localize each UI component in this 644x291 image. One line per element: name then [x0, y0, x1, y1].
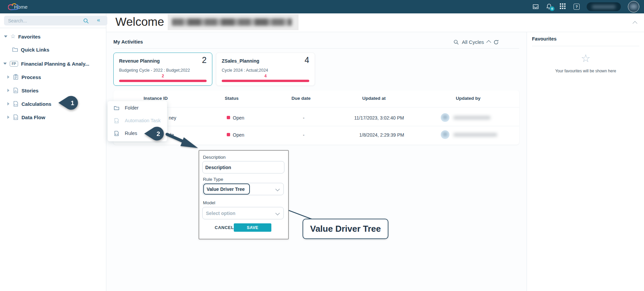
callout-label: Value Driver Tree [310, 224, 381, 234]
help-icon[interactable]: ? [574, 4, 580, 10]
status-cell: Open [233, 132, 244, 138]
sidebar-item-financial-planning[interactable]: FP Financial Planning & Analy... [0, 59, 106, 69]
card-count: 4 [305, 55, 309, 65]
notifications-bell-icon[interactable]: 0 [546, 3, 553, 10]
updated-by-avatar [441, 113, 449, 122]
sidebar-item-data-flow[interactable]: Data Flow [0, 112, 113, 122]
model-placeholder: Select option [206, 211, 235, 216]
value-driver-tree-callout: Value Driver Tree [303, 219, 388, 239]
column-header-status[interactable]: Status [225, 96, 238, 101]
help-glyph: ? [576, 5, 578, 9]
status-cell: Open [233, 115, 244, 121]
caret-right-icon[interactable] [7, 116, 9, 119]
activities-section-title: My Activities [113, 39, 143, 45]
card-subtitle: Cycle 2024 : Actual;2024 [222, 68, 268, 73]
sidebar-item-label: Favorites [18, 34, 41, 40]
menu-item-automation-task: Automation Task [108, 115, 167, 127]
search-icon[interactable] [453, 40, 459, 45]
star-icon: ☆ [527, 52, 644, 65]
fp-badge: FP [10, 61, 18, 67]
notification-count-badge: 0 [550, 6, 554, 11]
collapse-sidebar-icon[interactable]: « [97, 17, 100, 23]
cancel-button[interactable]: CANCEL [213, 225, 234, 230]
clipboard-icon [13, 74, 19, 80]
sidebar-item-favorites[interactable]: ☆ Favorites [0, 31, 110, 42]
caret-right-icon[interactable] [7, 89, 9, 92]
sidebar-item-process[interactable]: Process [0, 72, 113, 82]
navigation-sidebar: « ☆ Favorites Quick Links FP Financial P… [0, 13, 106, 291]
updated-at-cell: 11/17/2023, 3:02:40 PM [354, 115, 404, 121]
card-title: Revenue Planning [119, 58, 160, 64]
document-code-icon [114, 131, 119, 136]
description-input[interactable] [202, 161, 284, 173]
card-subtitle: Budgeting Cycle - 2022 : Budget;2022 [119, 68, 190, 73]
sidebar-item-label: Financial Planning & Analy... [21, 61, 89, 67]
column-header-updated-by[interactable]: Updated by [456, 96, 481, 101]
folder-icon [12, 47, 18, 53]
redacted-tenant-text [592, 5, 615, 9]
table-divider [113, 107, 519, 107]
menu-item-label: Automation Task [125, 118, 161, 123]
save-button[interactable]: SAVE [234, 223, 271, 232]
due-date-cell: - [303, 115, 305, 121]
sidebar-item-label: Calculations [21, 101, 51, 107]
document-code-icon [114, 118, 119, 124]
model-select[interactable]: Select option [202, 207, 284, 219]
sidebar-divider [0, 28, 106, 28]
due-date-cell: - [303, 132, 305, 138]
caret-right-icon[interactable] [7, 102, 9, 105]
document-chart-icon [13, 87, 19, 93]
app-logo-icon[interactable] [8, 2, 19, 12]
annotation-arrow [164, 131, 201, 150]
chevron-down-icon [275, 211, 280, 215]
search-icon[interactable] [83, 18, 89, 24]
redacted-avatar-image [630, 4, 637, 9]
sidebar-item-stories[interactable]: Stories [0, 85, 113, 95]
caret-right-icon[interactable] [7, 75, 9, 79]
step-2-marker: 2 [144, 126, 166, 141]
apps-grid-icon[interactable] [560, 3, 567, 10]
refresh-icon[interactable] [493, 40, 499, 45]
section-divider [113, 48, 519, 49]
sidebar-item-quick-links[interactable]: Quick Links [0, 45, 118, 55]
page-title: Welcome [115, 15, 164, 28]
caret-down-icon[interactable] [3, 63, 7, 65]
rule-type-value-highlight: Value Driver Tree [203, 184, 250, 195]
collapse-banner-icon[interactable] [633, 21, 637, 26]
status-indicator [227, 116, 230, 119]
document-code-icon [13, 101, 19, 107]
rule-type-value: Value Driver Tree [207, 187, 245, 192]
menu-item-label: Folder [125, 105, 139, 111]
panel-divider [532, 46, 639, 46]
inbox-icon[interactable] [532, 3, 539, 10]
activity-card-zsales-planning[interactable]: ZSales_Planning 4 Cycle 2024 : Actual;20… [216, 53, 315, 86]
welcome-banner: Welcome [106, 13, 644, 32]
model-label: Model [203, 200, 215, 205]
star-icon: ☆ [10, 33, 15, 40]
column-header-instance-id[interactable]: Instance ID [144, 96, 168, 101]
top-bar: Home 0 ? [0, 0, 644, 13]
sidebar-item-label: Data Flow [21, 115, 45, 120]
tenant-name-pill-redacted[interactable] [587, 2, 621, 11]
column-header-due-date[interactable]: Due date [291, 96, 311, 101]
cycles-filter-label[interactable]: All Cycles [462, 39, 484, 45]
activity-card-revenue-planning[interactable]: Revenue Planning 2 Budgeting Cycle - 202… [113, 53, 212, 86]
sidebar-item-calculations[interactable]: Calculations [0, 99, 113, 109]
status-indicator [227, 133, 230, 136]
card-progress-count: 2 [114, 74, 212, 78]
table-divider [113, 126, 519, 126]
cycles-filter[interactable]: All Cycles [453, 39, 499, 45]
column-header-updated-at[interactable]: Updated at [362, 96, 386, 101]
caret-down-icon[interactable] [4, 35, 7, 38]
instance-id-cell: ney [169, 115, 176, 121]
menu-item-folder[interactable]: Folder [108, 102, 167, 114]
chevron-up-icon[interactable] [486, 40, 491, 45]
description-label: Description [203, 155, 226, 160]
rule-type-label: Rule Type [203, 177, 223, 182]
sidebar-item-label: Stories [21, 88, 39, 93]
rule-type-select[interactable]: Value Driver Tree [202, 183, 284, 195]
chevron-down-icon [275, 187, 280, 191]
user-avatar[interactable] [628, 1, 639, 12]
card-progress-count: 4 [216, 74, 315, 78]
sidebar-search-input[interactable] [4, 16, 107, 25]
